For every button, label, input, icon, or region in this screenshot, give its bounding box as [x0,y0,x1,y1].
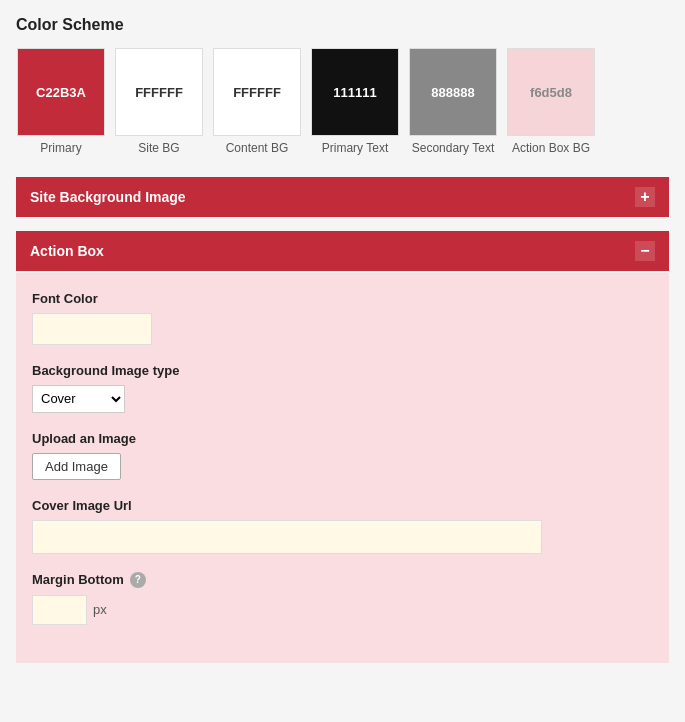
swatch-item-action-box-bg: f6d5d8Action Box BG [506,48,596,157]
page-title: Color Scheme [16,16,669,34]
swatch-item-primary: C22B3APrimary [16,48,106,157]
font-color-field-group: Font Color [32,291,653,345]
px-label: px [93,602,107,617]
margin-bottom-label: Margin Bottom ? [32,572,653,588]
swatch-box-content-bg[interactable]: FFFFFF [213,48,301,136]
swatch-item-primary-text: 111111Primary Text [310,48,400,157]
action-box-section: Action Box − Font Color Background Image… [16,231,669,663]
action-box-panel: Font Color Background Image type CoverCo… [16,273,669,663]
color-swatches-row: C22B3APrimaryFFFFFFSite BGFFFFFFContent … [16,48,669,157]
upload-image-field-group: Upload an Image Add Image [32,431,653,480]
swatch-label-site-bg: Site BG [138,141,179,157]
bg-image-type-field-group: Background Image type CoverContainRepeat… [32,363,653,413]
bg-image-type-select[interactable]: CoverContainRepeatNo Repeat [32,385,125,413]
swatch-label-secondary-text: Secondary Text [412,141,495,157]
font-color-input[interactable] [32,313,152,345]
site-background-header[interactable]: Site Background Image + [16,177,669,217]
swatch-label-primary: Primary [40,141,81,157]
swatch-box-site-bg[interactable]: FFFFFF [115,48,203,136]
upload-image-label: Upload an Image [32,431,653,446]
swatch-box-primary-text[interactable]: 111111 [311,48,399,136]
swatch-box-secondary-text[interactable]: 888888 [409,48,497,136]
site-background-toggle-icon[interactable]: + [635,187,655,207]
bg-image-type-label: Background Image type [32,363,653,378]
cover-url-label: Cover Image Url [32,498,653,513]
swatch-label-action-box-bg: Action Box BG [512,141,590,157]
action-box-header[interactable]: Action Box − [16,231,669,271]
swatch-box-action-box-bg[interactable]: f6d5d8 [507,48,595,136]
swatch-box-primary[interactable]: C22B3A [17,48,105,136]
swatch-item-content-bg: FFFFFFContent BG [212,48,302,157]
cover-url-field-group: Cover Image Url [32,498,653,554]
swatch-label-content-bg: Content BG [226,141,289,157]
margin-bottom-label-text: Margin Bottom [32,572,124,587]
swatch-item-site-bg: FFFFFFSite BG [114,48,204,157]
add-image-button[interactable]: Add Image [32,453,121,480]
swatch-label-primary-text: Primary Text [322,141,388,157]
font-color-label: Font Color [32,291,653,306]
margin-bottom-field-group: Margin Bottom ? px [32,572,653,625]
help-icon[interactable]: ? [130,572,146,588]
site-background-section: Site Background Image + [16,177,669,217]
swatch-item-secondary-text: 888888Secondary Text [408,48,498,157]
margin-bottom-input[interactable] [32,595,87,625]
action-box-label: Action Box [30,243,104,259]
margin-bottom-row: px [32,595,653,625]
site-background-label: Site Background Image [30,189,186,205]
action-box-toggle-icon[interactable]: − [635,241,655,261]
cover-url-input[interactable] [32,520,542,554]
